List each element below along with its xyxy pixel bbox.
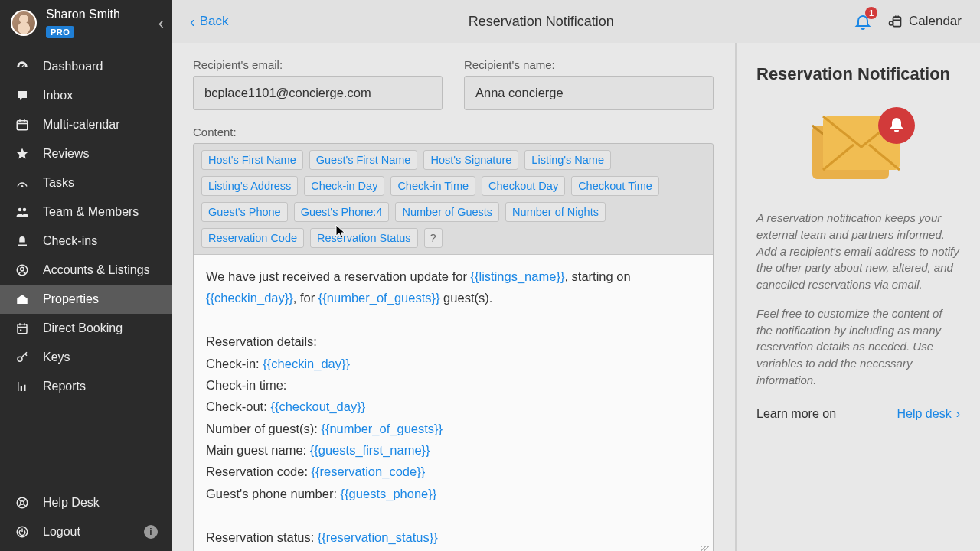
- content-textarea[interactable]: We have just received a reservation upda…: [194, 255, 713, 551]
- tasks-icon: [14, 176, 31, 190]
- svg-point-9: [21, 501, 24, 505]
- directbooking-icon: [14, 321, 31, 335]
- keys-icon: [14, 350, 31, 364]
- sidebar-item-label: Team & Members: [43, 205, 139, 219]
- recipient-email-input[interactable]: [193, 76, 443, 110]
- calendar-link[interactable]: Calendar: [887, 14, 962, 29]
- sidebar-item-label: Reviews: [43, 147, 89, 161]
- sidebar-item-tasks[interactable]: Tasks: [0, 168, 172, 197]
- sidebar-item-team-members[interactable]: Team & Members: [0, 197, 172, 227]
- sidebar-item-accounts-listings[interactable]: Accounts & Listings: [0, 256, 172, 285]
- sidebar-item-reports[interactable]: Reports: [0, 372, 172, 401]
- topbar: ‹ Back Reservation Notification 1 Calend…: [172, 0, 980, 43]
- svg-point-2: [18, 207, 22, 211]
- variable-chip[interactable]: Check-in Time: [390, 176, 475, 196]
- helpdesk-icon: [14, 496, 31, 510]
- chip-help-icon[interactable]: ?: [424, 228, 443, 248]
- calendar-label: Calendar: [909, 14, 962, 29]
- properties-icon: [14, 292, 31, 306]
- variable-chip[interactable]: Listing's Name: [524, 150, 611, 170]
- sidebar-item-label: Tasks: [43, 176, 74, 190]
- sidebar-item-label: Multi-calendar: [43, 118, 119, 132]
- sidebar-item-multi-calendar[interactable]: Multi-calendar: [0, 110, 172, 139]
- info-icon: i: [144, 525, 158, 539]
- star-icon: [14, 147, 31, 161]
- main: ‹ Back Reservation Notification 1 Calend…: [172, 0, 980, 551]
- content-editor: Host's First NameGuest's First NameHost'…: [193, 143, 714, 551]
- sidebar-item-inbox[interactable]: Inbox: [0, 81, 172, 110]
- accounts-icon: [14, 263, 31, 277]
- sidebar-item-label: Reports: [43, 380, 86, 393]
- chevron-left-icon: ‹: [190, 14, 195, 29]
- variable-chip[interactable]: Checkout Day: [482, 176, 565, 196]
- variable-chip[interactable]: Guest's Phone: [201, 202, 288, 222]
- multicalendar-icon: [14, 118, 31, 132]
- resize-grip-icon[interactable]: [701, 546, 710, 551]
- recipient-name-input[interactable]: [464, 76, 714, 110]
- info-panel: Reservation Notification A reservation n…: [735, 43, 980, 551]
- svg-rect-11: [893, 17, 901, 26]
- sidebar: Sharon Smith PRO ‹ DashboardInboxMulti-c…: [0, 0, 172, 551]
- variable-chip[interactable]: Guest's First Name: [309, 150, 418, 170]
- variable-chip[interactable]: Number of Nights: [505, 202, 606, 222]
- sidebar-item-label: Accounts & Listings: [43, 263, 150, 277]
- collapse-sidebar-icon[interactable]: ‹: [158, 14, 164, 34]
- sidebar-item-direct-booking[interactable]: Direct Booking: [0, 314, 172, 343]
- sidebar-item-label: Properties: [43, 292, 99, 306]
- help-desk-link[interactable]: Help desk ›: [897, 407, 960, 421]
- variable-chip[interactable]: Host's Signature: [423, 150, 518, 170]
- reports-icon: [14, 380, 31, 393]
- info-paragraph-2: Feel free to customize the content of th…: [756, 305, 960, 389]
- sidebar-item-label: Direct Booking: [43, 321, 122, 335]
- email-label: Recipient's email:: [193, 58, 443, 71]
- svg-point-1: [21, 185, 23, 187]
- notifications-button[interactable]: 1: [854, 12, 872, 31]
- user-badge: PRO: [46, 26, 74, 38]
- form-column: Recipient's email: Recipient's name: Con…: [172, 43, 735, 551]
- sidebar-item-keys[interactable]: Keys: [0, 343, 172, 372]
- sidebar-item-label: Logout: [43, 525, 80, 539]
- content-label: Content:: [193, 126, 714, 139]
- user-name: Sharon Smith: [46, 8, 120, 21]
- learn-more-label: Learn more on: [756, 407, 836, 421]
- sidebar-item-logout[interactable]: Logouti: [0, 517, 172, 546]
- variable-chip[interactable]: Guest's Phone:4: [294, 202, 390, 222]
- logout-icon: [14, 525, 31, 539]
- info-title: Reservation Notification: [756, 64, 960, 84]
- sidebar-item-help-desk[interactable]: Help Desk: [0, 488, 172, 517]
- calendar-search-icon: [887, 14, 903, 29]
- profile[interactable]: Sharon Smith PRO ‹: [0, 0, 172, 46]
- sidebar-item-reviews[interactable]: Reviews: [0, 139, 172, 168]
- sidebar-item-label: Inbox: [43, 89, 73, 103]
- sidebar-item-check-ins[interactable]: Check-ins: [0, 227, 172, 256]
- variable-chip[interactable]: Check-in Day: [304, 176, 384, 196]
- avatar: [11, 10, 37, 36]
- inbox-icon: [14, 89, 31, 103]
- chevron-right-icon: ›: [956, 407, 960, 421]
- back-button[interactable]: ‹ Back: [190, 14, 228, 29]
- sidebar-item-properties[interactable]: Properties: [0, 285, 172, 314]
- notifications-count: 1: [865, 7, 877, 19]
- team-icon: [14, 205, 31, 219]
- variable-chip[interactable]: Reservation Code: [201, 228, 304, 248]
- back-label: Back: [200, 14, 229, 29]
- svg-point-5: [21, 267, 24, 271]
- sidebar-item-label: Help Desk: [43, 496, 100, 510]
- name-label: Recipient's name:: [464, 58, 714, 71]
- page-title: Reservation Notification: [228, 14, 854, 30]
- checkins-icon: [14, 234, 31, 248]
- sidebar-item-label: Check-ins: [43, 234, 97, 248]
- sidebar-item-label: Dashboard: [43, 60, 103, 73]
- svg-rect-0: [17, 120, 28, 129]
- variable-chip[interactable]: Number of Guests: [395, 202, 499, 222]
- variable-chip[interactable]: Listing's Address: [201, 176, 298, 196]
- variable-chip[interactable]: Host's First Name: [201, 150, 303, 170]
- sidebar-item-label: Keys: [43, 350, 70, 364]
- sidebar-item-dashboard[interactable]: Dashboard: [0, 52, 172, 81]
- variable-chip[interactable]: Reservation Status: [310, 228, 418, 248]
- info-paragraph-1: A reservation notification keeps your ex…: [756, 210, 960, 293]
- svg-point-3: [23, 207, 27, 211]
- svg-rect-6: [18, 324, 27, 333]
- dashboard-icon: [14, 60, 31, 73]
- variable-chip[interactable]: Checkout Time: [571, 176, 659, 196]
